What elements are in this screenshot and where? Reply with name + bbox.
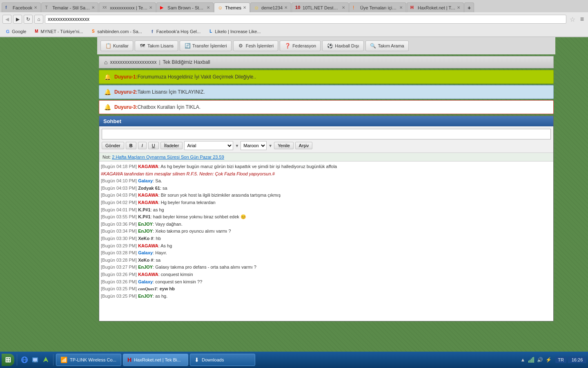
bookmark-facebook[interactable]: f Facebook'a Hoş Gel... (147, 28, 203, 35)
tab-facebook-close[interactable]: ✕ (34, 5, 37, 10)
taskbar-icon-group (20, 355, 51, 365)
msg-username: Galaxy (138, 279, 153, 284)
likelo-bookmark-icon: L (208, 29, 214, 34)
sahibinden-bookmark-icon: S (90, 29, 96, 34)
tab-10tl-close[interactable]: ✕ (342, 5, 345, 10)
tray-network-icon[interactable] (528, 356, 535, 364)
italic-button[interactable]: I (138, 142, 147, 149)
themes-favicon: ☺ (218, 5, 223, 11)
takim-arama-button[interactable]: 🔍 Takım Arama (365, 40, 409, 51)
start-button[interactable]: ⊞ (2, 354, 14, 366)
temalar-favicon: T (45, 5, 51, 11)
bookmark-sahibinden[interactable]: S sahibinden.com - Sa... (88, 28, 144, 35)
msg-time: [Bugün 03:27 PM] (101, 265, 138, 269)
bookmark-google[interactable]: G Google (2, 28, 29, 35)
tab-deme[interactable]: ☺ deme1234 ✕ (250, 2, 291, 12)
msg-text: : Galaxy takıma pro defans - orta saha a… (153, 265, 256, 269)
tab-facebook[interactable]: f Facebook ✕ (2, 2, 41, 12)
taskbar-icon-3[interactable] (41, 355, 51, 365)
forum-nav: 📋 Kurallar 🗺 Takım Lisans 🔄 Transfer İşl… (97, 37, 555, 54)
chat-note-label: Not: (102, 155, 111, 159)
deme-favicon: ☺ (254, 5, 260, 11)
chat-message: [Bugün 04:02 PM] KAGAWA: Hg beyler forum… (101, 199, 552, 206)
haxball-disi-button[interactable]: ⚽ Haxball Dışı (322, 40, 363, 51)
msg-username: KAGAWA (138, 193, 158, 197)
tab-temalar-close[interactable]: ✕ (91, 5, 95, 10)
tray-volume-icon[interactable]: 🔊 (536, 356, 543, 364)
chat-section: Sohbet Gönder B I U İfadeler Arial Verda… (99, 116, 554, 321)
bold-button[interactable]: B (126, 142, 136, 149)
announcement-2[interactable]: 🔔 Duyuru-2: Takım Lisansı İçin TIKLAYINI… (99, 85, 554, 99)
msg-time: [Bugün 03:26 PM] (101, 279, 138, 284)
tab-tel-close[interactable]: ✕ (149, 5, 152, 10)
msg-username: KAGAWA (138, 164, 158, 169)
tray-icon-1[interactable]: ▲ (519, 356, 526, 364)
taskbar-window-downloads[interactable]: ⬇ Downloads (190, 354, 255, 366)
takim-arama-label: Takım Arama (378, 43, 404, 48)
msg-time: [Bugün 04:03 PM] (101, 186, 138, 191)
color-select[interactable]: Maroon Red Blue (241, 141, 267, 150)
msg-time: [Bugün 03:28 PM] (101, 250, 138, 255)
taskbar-window-tp-link[interactable]: 📶 TP-LINK Wireless Co... (56, 354, 121, 366)
bookmark-google-label: Google (12, 29, 26, 34)
new-tab-button[interactable]: + (464, 2, 474, 12)
chat-text-input[interactable] (102, 129, 551, 139)
chat-message: [Bugün 03:34 PM] EnJOY: Xeko takıma pro … (101, 228, 552, 235)
forward-button[interactable]: ▶ (13, 15, 22, 24)
tab-temalar[interactable]: T Temalar - Stil Say... ✕ (41, 2, 98, 12)
announcement-3[interactable]: 🔔 Duyuru-3: Chatbox Kuralları İçin TIKLA… (99, 100, 554, 114)
tab-10tl[interactable]: 10 10TL.NET Destek... ✕ (292, 2, 349, 12)
takim-lisans-button[interactable]: 🗺 Takım Lisans (135, 40, 178, 51)
font-select[interactable]: Arial Verdana Times New Roman (184, 141, 233, 150)
lang-indicator[interactable]: TR (555, 357, 566, 363)
taskbar: ⊞ 📶 TP-LINK Wireless Co... H HaxRoket.ne… (0, 352, 588, 368)
tab-sambrown[interactable]: ▶ Sam Brown - Stop... ✕ (156, 2, 214, 12)
msg-time: [Bugün 04:01 PM] (101, 207, 138, 212)
chat-note-link[interactable]: 2.Hafta Maçların Oynanma Süresi Son Gün … (112, 155, 224, 159)
msg-text: : Xeko takıma pro oyuncu alımı varmı ? (153, 229, 231, 233)
tab-uye-close[interactable]: ✕ (399, 5, 403, 10)
home-icon: ⌂ (104, 59, 107, 65)
bookmark-star-button[interactable]: ☆ (568, 16, 577, 23)
tab-tel-label: xxxxxxxxxxx | Tel... (110, 5, 147, 10)
msg-text: : sa (160, 186, 167, 191)
federasyon-button[interactable]: ❓ Federasyon (280, 40, 321, 51)
chat-message: [Bugün 03:28 PM] Galaxy: Hayır. (101, 249, 552, 257)
tab-haxroket[interactable]: H HaxRoket.net | Te... ✕ (407, 2, 464, 12)
taskbar-window-haxroket[interactable]: H HaxRoket.net | Tek Bi... (123, 354, 188, 366)
bookmark-mynet[interactable]: M MYNET - Türkiye'ni... (31, 28, 85, 35)
tab-haxroket-close[interactable]: ✕ (457, 5, 460, 10)
tab-uye[interactable]: ! Üye Temaları için... ✕ (349, 2, 406, 12)
wrench-menu-button[interactable]: ≡ (579, 16, 586, 23)
chat-note: Not: 2.Hafta Maçların Oynanma Süresi Son… (99, 153, 553, 162)
msg-time: [Bugün 03:36 PM] (101, 222, 138, 227)
back-button[interactable]: ◀ (2, 15, 11, 24)
kurallar-button[interactable]: 📋 Kurallar (100, 40, 133, 51)
emoticons-button[interactable]: İfadeler (160, 142, 183, 149)
underline-button[interactable]: U (148, 142, 159, 149)
address-bar[interactable] (45, 15, 566, 24)
bookmark-likelo[interactable]: L Likelo | Increase Like... (205, 28, 263, 35)
transfer-label: Transfer İşlemleri (192, 43, 227, 48)
send-button[interactable]: Gönder (102, 142, 124, 149)
home-button[interactable]: ⌂ (34, 15, 43, 24)
tab-sambrown-close[interactable]: ✕ (207, 5, 210, 10)
archive-button[interactable]: Arşiv (295, 142, 312, 149)
tab-deme-close[interactable]: ✕ (284, 5, 287, 10)
kurallar-icon: 📋 (105, 43, 111, 49)
haxball-disi-icon: ⚽ (327, 43, 333, 49)
svg-rect-7 (528, 361, 529, 363)
reload-button[interactable]: ↻ (24, 15, 33, 24)
refresh-button[interactable]: Yenile (274, 142, 294, 149)
tray-power-icon[interactable]: ⚡ (545, 356, 552, 364)
taskbar-icon-2[interactable] (30, 355, 40, 365)
transfer-button[interactable]: 🔄 Transfer İşlemleri (180, 40, 232, 51)
tab-tel[interactable]: xx xxxxxxxxxxx | Tel... ✕ (99, 2, 156, 12)
msg-text: : eyw hb (157, 286, 175, 291)
msg-time: [Bugün 03:30 PM] (101, 236, 138, 241)
tab-themes[interactable]: ☺ Themes ✕ (214, 2, 250, 12)
tab-themes-close[interactable]: ✕ (243, 5, 246, 10)
announcement-1[interactable]: 🔔 Duyuru-1: Forumumuza Hosgeldiniz İyi V… (99, 70, 554, 84)
taskbar-icon-1[interactable] (20, 355, 29, 365)
fesh-button[interactable]: ⚙ Fesh İşlemleri (233, 40, 278, 51)
